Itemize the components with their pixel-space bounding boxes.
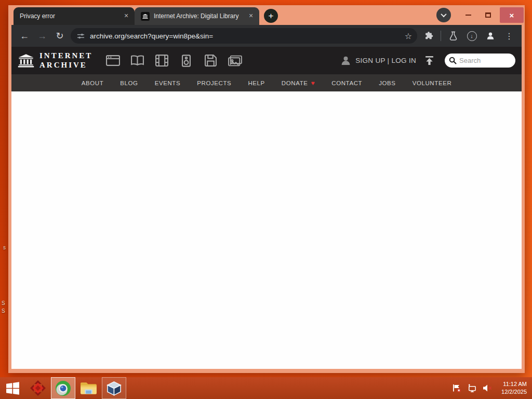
- nav-donate[interactable]: DONATE♥: [273, 79, 323, 87]
- maximize-button[interactable]: [480, 7, 496, 23]
- nav-jobs[interactable]: JOBS: [370, 80, 404, 86]
- desktop: s S S Privacy error × Internet Archive: …: [0, 0, 532, 399]
- bookmark-star-icon[interactable]: ☆: [405, 31, 412, 41]
- tab-title: Privacy error: [20, 12, 118, 20]
- chevron-down-icon: [441, 11, 446, 17]
- toolbar-divider: [441, 31, 441, 41]
- system-tray: 11:12 AM 12/2/2025: [452, 377, 532, 399]
- nav-projects[interactable]: PROJECTS: [189, 80, 240, 86]
- taskbar-browser-icon[interactable]: [51, 377, 75, 399]
- archive-logo[interactable]: INTERNET ARCHIVE: [18, 51, 92, 70]
- experiments-flask-icon[interactable]: [445, 28, 461, 44]
- logo-line-1: INTERNET: [39, 51, 92, 60]
- signup-login-link[interactable]: SIGN UP | LOG IN: [355, 57, 416, 64]
- audio-icon[interactable]: [178, 54, 194, 68]
- browser-menu-icon[interactable]: ⋮: [501, 28, 517, 44]
- tab-title: Internet Archive: Digital Library: [154, 12, 243, 20]
- downloads-icon[interactable]: ↓: [463, 28, 480, 44]
- logo-line-2: ARCHIVE: [39, 61, 92, 70]
- reload-button[interactable]: ↻: [51, 30, 69, 42]
- address-bar[interactable]: archive.org/search?query=win8pe&sin= ☆: [71, 28, 417, 44]
- taskbar-virtualbox-icon[interactable]: [102, 377, 126, 399]
- new-tab-button[interactable]: +: [264, 9, 278, 23]
- heart-icon: ♥: [311, 79, 315, 87]
- window-controls: ×: [436, 5, 525, 25]
- user-icon: [340, 55, 351, 66]
- close-window-button[interactable]: ×: [500, 7, 524, 23]
- tab-search-button[interactable]: [436, 8, 451, 22]
- texts-icon[interactable]: [129, 54, 145, 68]
- images-icon[interactable]: [227, 54, 243, 68]
- video-icon[interactable]: [154, 54, 169, 68]
- profile-avatar-icon[interactable]: [482, 28, 499, 44]
- nav-about[interactable]: ABOUT: [73, 80, 112, 86]
- desktop-icon-label-partial[interactable]: S: [2, 300, 5, 306]
- taskbar-clock[interactable]: 11:12 AM 12/2/2025: [498, 380, 527, 396]
- media-type-row: [105, 54, 243, 68]
- software-icon[interactable]: [203, 54, 218, 68]
- upload-icon[interactable]: [424, 56, 434, 65]
- search-input[interactable]: [459, 57, 509, 64]
- archive-nav: ABOUT BLOG EVENTS PROJECTS HELP DONATE♥ …: [11, 74, 522, 91]
- start-button[interactable]: [0, 377, 25, 399]
- nav-events[interactable]: EVENTS: [147, 80, 189, 86]
- archive-header: INTERNET ARCHIVE: [11, 47, 522, 74]
- web-icon[interactable]: [105, 54, 121, 68]
- taskbar-red-app-icon[interactable]: [25, 377, 50, 399]
- taskbar: 11:12 AM 12/2/2025: [0, 377, 532, 399]
- archive-favicon-icon: [141, 12, 150, 21]
- forward-button[interactable]: →: [33, 31, 51, 42]
- minimize-button[interactable]: [460, 7, 476, 23]
- volume-muted-icon[interactable]: [483, 384, 493, 392]
- auth-area: SIGN UP | LOG IN: [340, 55, 416, 66]
- tab-internet-archive[interactable]: Internet Archive: Digital Library ×: [135, 7, 259, 25]
- clock-time: 11:12 AM: [501, 380, 527, 388]
- extensions-icon[interactable]: [420, 28, 437, 44]
- site-settings-icon[interactable]: [77, 32, 85, 40]
- nav-help[interactable]: HELP: [240, 80, 273, 86]
- clock-date: 12/2/2025: [501, 388, 527, 396]
- url-text[interactable]: archive.org/search?query=win8pe&sin=: [90, 32, 213, 40]
- back-button[interactable]: ←: [16, 31, 33, 42]
- archive-search-box[interactable]: [445, 54, 515, 68]
- archive-building-icon: [18, 54, 34, 68]
- taskbar-file-explorer-icon[interactable]: [76, 377, 101, 399]
- desktop-icon-label-partial[interactable]: s: [3, 245, 6, 250]
- action-center-flag-icon[interactable]: [452, 383, 461, 393]
- tab-close-icon[interactable]: ×: [122, 12, 130, 20]
- browser-toolbar: ← → ↻ archive.org/search?query=win8pe&si…: [11, 25, 522, 47]
- nav-volunteer[interactable]: VOLUNTEER: [404, 80, 460, 86]
- nav-blog[interactable]: BLOG: [112, 80, 146, 86]
- nav-contact[interactable]: CONTACT: [323, 80, 370, 86]
- tab-strip: Privacy error × Internet Archive: Digita…: [8, 5, 525, 25]
- page-content-blank: [11, 91, 522, 369]
- network-status-icon[interactable]: [467, 383, 477, 393]
- tab-close-icon[interactable]: ×: [247, 12, 255, 20]
- windows-logo-icon: [6, 381, 20, 395]
- search-icon: [449, 57, 457, 64]
- desktop-icon-label-partial[interactable]: S: [2, 308, 5, 314]
- tab-privacy-error[interactable]: Privacy error ×: [14, 7, 135, 25]
- browser-window: Privacy error × Internet Archive: Digita…: [8, 5, 525, 373]
